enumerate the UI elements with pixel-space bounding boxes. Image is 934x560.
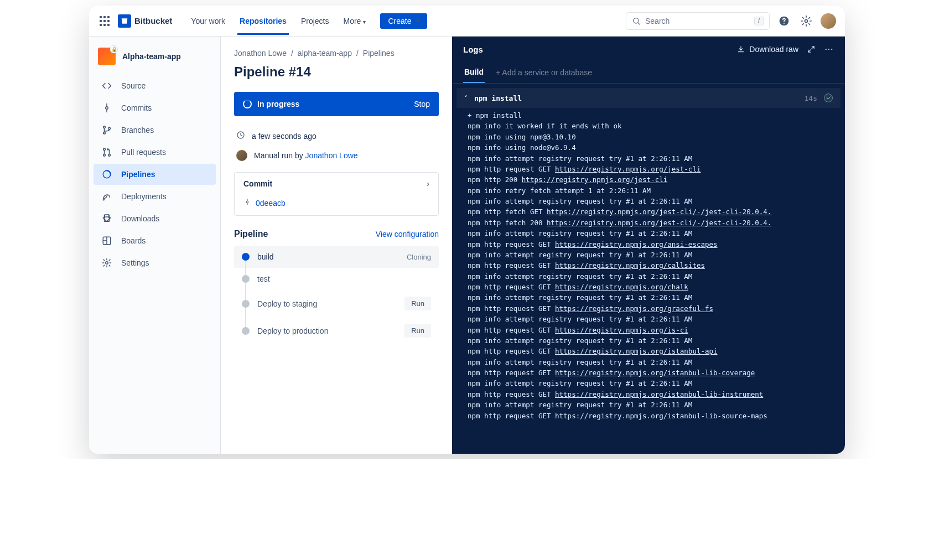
log-line: npm info retry fetch attempt 1 at 2:26:1… — [468, 185, 845, 196]
pipeline-step[interactable]: Deploy to productionRun — [234, 317, 439, 344]
svg-point-2 — [805, 19, 808, 22]
view-config-link[interactable]: View configuration — [376, 230, 439, 238]
step-label: build — [257, 252, 274, 261]
logs-panel: Logs Download raw Build + Add a service … — [452, 37, 845, 454]
search-input[interactable]: Search / — [626, 12, 770, 30]
log-command-duration: 14s — [805, 94, 817, 102]
nav-more[interactable]: More▾ — [336, 8, 372, 34]
log-url-link[interactable]: https://registry.npmjs.org/jest-cli/-/je… — [547, 208, 771, 216]
pipeline-step[interactable]: test — [234, 268, 439, 290]
svg-point-18 — [831, 49, 832, 50]
sidebar-item-pull-requests[interactable]: Pull requests — [94, 142, 216, 163]
log-line: npm info attempt registry request try #1… — [468, 271, 845, 282]
log-url-link[interactable]: https://registry.npmjs.org/ansi-escapes — [555, 240, 718, 248]
breadcrumb-item[interactable]: Jonathon Lowe — [234, 49, 287, 58]
help-button[interactable] — [776, 13, 792, 29]
log-line: npm http request GET https://registry.np… — [468, 239, 845, 250]
sidebar-item-settings[interactable]: Settings — [94, 252, 216, 273]
log-line: npm http request GET https://registry.np… — [468, 389, 845, 400]
gear-icon — [101, 258, 112, 268]
sidebar-item-label: Pipelines — [121, 170, 155, 179]
create-label: Create — [388, 17, 411, 25]
log-line: npm http 200 https://registry.npmjs.org/… — [468, 174, 845, 185]
breadcrumb-item[interactable]: Pipelines — [363, 49, 395, 58]
check-icon — [824, 94, 833, 102]
log-url-link[interactable]: https://registry.npmjs.org/jest-cli — [522, 175, 667, 184]
create-button[interactable]: Create ▾ — [380, 13, 427, 29]
gear-icon — [801, 15, 812, 27]
log-line: npm info attempt registry request try #1… — [468, 292, 845, 303]
tab-build[interactable]: Build — [463, 62, 485, 83]
step-label: Deploy to production — [257, 326, 328, 335]
pipeline-step[interactable]: Deploy to stagingRun — [234, 290, 439, 317]
log-url-link[interactable]: https://registry.npmjs.org/is-ci — [555, 326, 688, 334]
log-line: npm info it worked if it ends with ok — [468, 121, 845, 131]
log-output: + npm installnpm info it worked if it en… — [452, 108, 845, 454]
breadcrumb-item[interactable]: alpha-team-app — [298, 49, 352, 58]
log-url-link[interactable]: https://registry.npmjs.org/graceful-fs — [555, 304, 713, 313]
step-connector — [245, 283, 246, 301]
download-raw-button[interactable]: Download raw — [737, 45, 798, 54]
project-header[interactable]: Alpha-team-app — [94, 48, 216, 75]
log-line: npm info using npm@3.10.10 — [468, 132, 845, 142]
log-line: + npm install — [468, 110, 845, 121]
run-button[interactable]: Run — [404, 297, 431, 310]
log-url-link[interactable]: https://registry.npmjs.org/chalk — [555, 283, 688, 291]
nav-repositories[interactable]: Repositories — [233, 8, 293, 34]
svg-point-16 — [826, 49, 827, 50]
sidebar-item-boards[interactable]: Boards — [94, 230, 216, 251]
sidebar-item-label: Source — [121, 81, 146, 90]
sidebar-item-branches[interactable]: Branches — [94, 120, 216, 141]
user-avatar[interactable] — [821, 13, 836, 29]
branch-icon — [101, 125, 112, 135]
more-icon — [824, 44, 834, 54]
chevron-down-icon: ▾ — [417, 18, 419, 24]
sidebar-item-source[interactable]: Source — [94, 75, 216, 96]
chevron-down-icon: ˅ — [464, 95, 468, 102]
commit-hash-link[interactable]: 0deeacb — [256, 199, 286, 208]
log-line: npm http request GET https://registry.np… — [468, 260, 845, 271]
settings-button[interactable] — [798, 13, 814, 29]
log-line: npm http request GET https://registry.np… — [468, 411, 845, 421]
log-line: npm info attempt registry request try #1… — [468, 250, 845, 260]
nav-projects[interactable]: Projects — [294, 8, 336, 34]
log-url-link[interactable]: https://registry.npmjs.org/callsites — [555, 261, 705, 269]
expand-button[interactable] — [807, 45, 815, 53]
step-status: Cloning — [407, 253, 431, 261]
step-dot-icon — [242, 275, 250, 283]
bitbucket-logo-icon — [118, 14, 131, 28]
log-url-link[interactable]: https://registry.npmjs.org/jest-cli/-/je… — [547, 219, 771, 227]
log-url-link[interactable]: https://registry.npmjs.org/jest-cli — [555, 165, 700, 173]
commit-header[interactable]: Commit › — [235, 173, 438, 195]
search-placeholder: Search — [645, 17, 670, 25]
pipeline-step[interactable]: buildCloning — [234, 246, 439, 268]
more-button[interactable] — [824, 44, 834, 54]
breadcrumb: Jonathon Lowe/alpha-team-app/Pipelines — [234, 49, 439, 58]
help-icon — [779, 15, 790, 27]
logs-title: Logs — [463, 45, 728, 54]
nav-your-work[interactable]: Your work — [184, 8, 232, 34]
sidebar-item-pipelines[interactable]: Pipelines — [94, 164, 216, 185]
brand[interactable]: Bitbucket — [118, 14, 172, 28]
page-title: Pipeline #14 — [234, 64, 439, 80]
status-bar: In progress Stop — [234, 92, 439, 116]
runner-link[interactable]: Jonathon Lowe — [305, 151, 358, 160]
runner-avatar — [236, 150, 247, 161]
log-url-link[interactable]: https://registry.npmjs.org/istanbul-lib-… — [555, 390, 763, 398]
stop-button[interactable]: Stop — [414, 100, 430, 108]
main-content: Jonathon Lowe/alpha-team-app/Pipelines P… — [221, 37, 452, 454]
app-switcher-icon[interactable] — [98, 14, 111, 28]
log-url-link[interactable]: https://registry.npmjs.org/istanbul-lib-… — [555, 369, 755, 377]
log-command-row[interactable]: ˅ npm install 14s — [456, 88, 840, 108]
sidebar-item-commits[interactable]: Commits — [94, 97, 216, 118]
run-button[interactable]: Run — [404, 324, 431, 338]
log-line: npm info attempt registry request try #1… — [468, 378, 845, 388]
log-url-link[interactable]: https://registry.npmjs.org/istanbul-api — [555, 347, 718, 355]
add-service-button[interactable]: + Add a service or database — [496, 68, 592, 77]
sidebar-item-downloads[interactable]: Downloads — [94, 208, 216, 229]
log-line: npm info attempt registry request try #1… — [468, 196, 845, 206]
sidebar-item-deployments[interactable]: Deployments — [94, 186, 216, 207]
sidebar-item-label: Pull requests — [121, 148, 166, 157]
board-icon — [101, 236, 112, 246]
pipeline-icon — [101, 169, 112, 179]
